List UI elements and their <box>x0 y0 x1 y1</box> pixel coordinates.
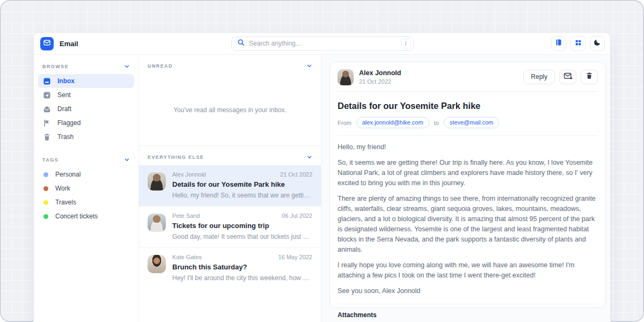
tag-color-dot <box>43 172 48 177</box>
sidebar-item-sent[interactable]: Sent <box>38 88 134 102</box>
unread-empty-message: You've read all messages in your inbox. <box>139 74 321 145</box>
email-subject: Details for our Yosemite Park hike <box>172 180 312 188</box>
trash-icon <box>586 72 593 82</box>
email-sender: Kate Gates <box>172 254 202 260</box>
body-paragraph: I really hope you love coming along with… <box>338 260 598 281</box>
tag-label: Travels <box>55 199 76 206</box>
email-summary: Alex Jonnold 21 Oct 2022 Details for our… <box>172 171 312 199</box>
body-paragraph: See you soon, Alex Jonnold <box>338 286 598 296</box>
trash-icon <box>43 133 51 141</box>
inbox-icon <box>43 77 51 85</box>
draft-icon <box>43 105 51 113</box>
everything-else-section-header: EVERYTHING ELSE <box>139 146 321 165</box>
sidebar: BROWSE Inbox Sent <box>34 55 139 322</box>
browse-label: BROWSE <box>42 64 69 69</box>
everything-else-label: EVERYTHING ELSE <box>148 155 204 160</box>
sidebar-item-draft[interactable]: Draft <box>38 102 134 116</box>
detail-subject: Details for our Yosemite Park hike <box>338 101 598 111</box>
email-preview: Hello, my friend! So, it seems that we a… <box>172 192 312 199</box>
delete-button[interactable] <box>581 70 598 84</box>
chevron-down-icon[interactable] <box>306 63 312 69</box>
avatar <box>338 69 354 85</box>
email-summary: Kate Gates 16 May 2022 Brunch this Satur… <box>172 254 312 282</box>
search-input[interactable] <box>249 40 397 47</box>
book-icon <box>555 39 562 48</box>
search-bar[interactable]: / <box>231 36 414 51</box>
forward-button[interactable] <box>559 70 576 84</box>
attachments-section: Attachments videos-hike.zip <box>338 304 598 322</box>
list-item-email-1[interactable]: Alex Jonnold 21 Oct 2022 Details for our… <box>139 165 321 206</box>
avatar <box>148 255 166 273</box>
avatar <box>148 172 166 191</box>
search-area: / <box>231 36 414 51</box>
sidebar-item-trash[interactable]: Trash <box>38 130 134 144</box>
email-date: 16 May 2022 <box>278 254 312 260</box>
sidebar-item-label: Draft <box>57 105 71 113</box>
email-preview: Hey! I'll be around the city this weeken… <box>172 274 312 282</box>
apps-button[interactable] <box>570 36 586 51</box>
main-content: BROWSE Inbox Sent <box>34 55 610 322</box>
email-app-window: Email / <box>33 32 611 322</box>
tag-label: Work <box>55 185 70 192</box>
email-subject: Tickets for our upcoming trip <box>172 222 312 230</box>
email-subject: Brunch this Saturday? <box>172 263 312 271</box>
list-item-email-2[interactable]: Pete Sand 06 Jul 2022 Tickets for our up… <box>139 206 321 247</box>
tag-item-personal[interactable]: Personal <box>38 167 134 181</box>
envelope-icon <box>43 39 51 49</box>
darkmode-button[interactable] <box>590 36 605 51</box>
chevron-down-icon[interactable] <box>124 157 130 163</box>
moon-icon <box>594 39 601 48</box>
mail-list-column: UNREAD You've read all messages in your … <box>139 55 321 322</box>
unread-section-header: UNREAD <box>139 55 321 74</box>
sender-info: Alex Jonnold 21 Oct 2022 <box>359 69 518 85</box>
avatar <box>148 214 166 232</box>
tag-color-dot <box>43 186 48 191</box>
search-shortcut-badge: / <box>401 39 411 48</box>
email-preview: Good day, mate! It seems that our ticket… <box>172 233 312 240</box>
browse-section-header: BROWSE <box>38 57 134 74</box>
grid-icon <box>575 39 582 48</box>
app-logo <box>40 37 54 50</box>
topbar-actions <box>414 36 605 51</box>
sidebar-item-inbox[interactable]: Inbox <box>38 74 134 88</box>
reading-pane: Alex Jonnold 21 Oct 2022 Reply <box>321 55 610 322</box>
brand: Email <box>39 37 231 50</box>
detail-sender-name: Alex Jonnold <box>359 69 518 77</box>
body-paragraph: So, it seems we are getting there! Our t… <box>338 158 598 188</box>
email-date: 21 Oct 2022 <box>280 171 312 178</box>
tags-label: TAGS <box>42 157 58 163</box>
sidebar-item-label: Trash <box>57 133 74 141</box>
reply-button[interactable]: Reply <box>523 70 555 84</box>
chevron-down-icon[interactable] <box>124 63 130 69</box>
to-label: to <box>434 120 439 126</box>
sidebar-item-label: Inbox <box>57 77 75 85</box>
chevron-down-icon[interactable] <box>306 154 312 160</box>
detail-date: 21 Oct 2022 <box>359 78 518 85</box>
tag-item-concert-tickets[interactable]: Concert tickets <box>38 209 134 223</box>
list-item-email-3[interactable]: Kate Gates 16 May 2022 Brunch this Satur… <box>139 247 321 289</box>
from-to-line: From alex.jonnold@hike.com to steve@mail… <box>338 117 598 136</box>
tags-section-header: TAGS <box>38 150 134 167</box>
email-detail-card: Alex Jonnold 21 Oct 2022 Reply <box>330 62 606 308</box>
sent-icon <box>43 91 51 99</box>
flag-icon <box>43 119 51 127</box>
app-title: Email <box>60 40 78 48</box>
unread-label: UNREAD <box>148 63 173 69</box>
from-address-pill[interactable]: alex.jonnold@hike.com <box>356 117 429 128</box>
tags-section: TAGS Personal Work Travels <box>38 150 134 223</box>
email-summary: Pete Sand 06 Jul 2022 Tickets for our up… <box>172 213 312 240</box>
sidebar-item-flagged[interactable]: Flagged <box>38 116 134 130</box>
email-sender: Pete Sand <box>172 213 200 219</box>
tag-label: Personal <box>55 171 80 178</box>
sidebar-item-label: Sent <box>57 91 71 99</box>
search-icon <box>237 39 245 48</box>
tag-color-dot <box>43 200 48 205</box>
tag-item-travels[interactable]: Travels <box>38 195 134 209</box>
detail-actions: Reply <box>523 70 598 84</box>
envelope-plus-icon <box>564 72 573 82</box>
to-address-pill[interactable]: steve@mail.com <box>444 117 499 128</box>
detail-header: Alex Jonnold 21 Oct 2022 Reply <box>338 62 598 92</box>
addressbook-button[interactable] <box>551 36 566 51</box>
tag-label: Concert tickets <box>55 213 98 220</box>
tag-item-work[interactable]: Work <box>38 181 134 195</box>
